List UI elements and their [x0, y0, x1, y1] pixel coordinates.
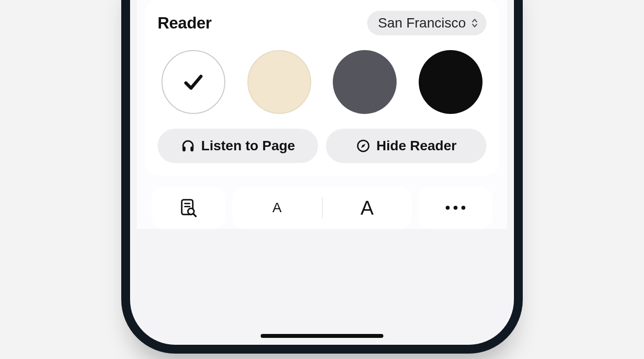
reader-title: Reader: [158, 14, 212, 32]
phone-frame: Reader San Francisco: [121, 0, 523, 354]
document-search-icon: [179, 198, 198, 218]
more-options-button[interactable]: [419, 187, 492, 229]
compass-icon: [356, 138, 371, 153]
headphones-icon: [181, 138, 195, 153]
reader-actions-row: Listen to Page Hide Reader: [158, 129, 486, 163]
find-on-page-button[interactable]: [152, 187, 225, 229]
reader-settings-card: Reader San Francisco: [145, 0, 499, 176]
reader-theme-swatches: [158, 50, 486, 114]
hide-reader-button[interactable]: Hide Reader: [326, 129, 486, 163]
listen-to-page-label: Listen to Page: [201, 138, 295, 154]
ellipsis-icon: [446, 206, 465, 210]
bottom-toolbar: A A: [152, 187, 492, 229]
theme-gray[interactable]: [333, 50, 397, 114]
font-picker-value: San Francisco: [378, 15, 466, 31]
theme-white[interactable]: [161, 50, 225, 114]
chevron-up-down-icon: [470, 17, 480, 29]
font-picker[interactable]: San Francisco: [367, 11, 486, 35]
text-size-control: A A: [232, 187, 412, 229]
decrease-text-size-button[interactable]: A: [232, 187, 322, 229]
large-a-glyph: A: [360, 197, 374, 219]
small-a-glyph: A: [272, 200, 282, 216]
increase-text-size-button[interactable]: A: [322, 187, 412, 229]
svg-rect-0: [183, 146, 186, 151]
svg-rect-1: [190, 146, 193, 151]
hide-reader-label: Hide Reader: [376, 138, 456, 154]
browser-page-menu-sheet: Reader San Francisco: [137, 0, 507, 229]
checkmark-icon: [182, 71, 205, 93]
home-indicator[interactable]: [261, 334, 383, 338]
theme-sepia[interactable]: [247, 50, 311, 114]
svg-line-7: [193, 214, 196, 217]
listen-to-page-button[interactable]: Listen to Page: [158, 129, 318, 163]
theme-black[interactable]: [419, 50, 483, 114]
reader-header-row: Reader San Francisco: [158, 11, 486, 35]
